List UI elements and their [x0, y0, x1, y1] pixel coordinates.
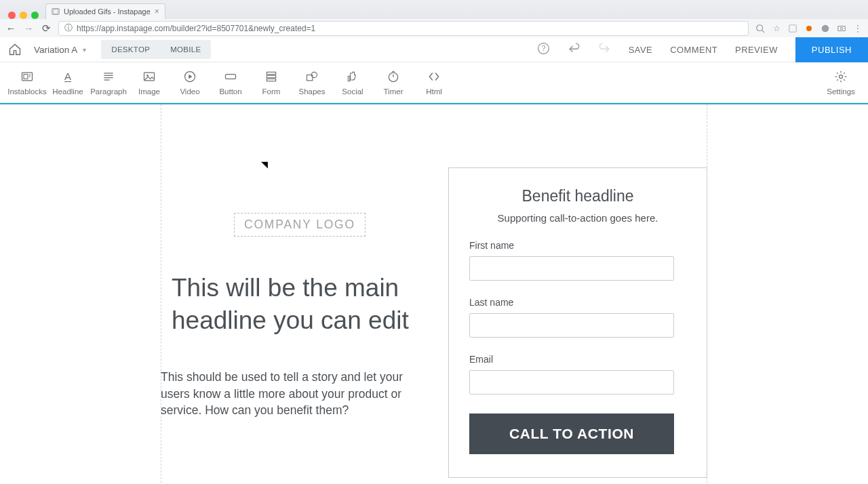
extension-cam-icon[interactable]: [837, 24, 846, 33]
svg-line-3: [762, 30, 765, 33]
tool-form[interactable]: Form: [251, 70, 292, 96]
editor-canvas[interactable]: ◥ COMPANY LOGO This will be the main hea…: [0, 103, 868, 483]
first-name-label: First name: [469, 240, 686, 251]
tool-paragraph[interactable]: Paragraph: [88, 70, 129, 96]
profile-icon[interactable]: [821, 24, 830, 33]
close-tab-icon[interactable]: ×: [155, 7, 159, 16]
tool-label: Button: [219, 87, 241, 96]
undo-button[interactable]: [568, 42, 580, 58]
svg-rect-26: [267, 79, 275, 81]
tool-label: Timer: [384, 87, 403, 96]
guide-left: [161, 104, 161, 483]
tool-label: Social: [342, 87, 363, 96]
last-name-input[interactable]: [469, 313, 674, 338]
tool-label: Paragraph: [90, 87, 127, 96]
browser-tab[interactable]: Uploaded Gifs - Instapage ×: [45, 3, 165, 19]
browser-chrome: Uploaded Gifs - Instapage × ← → ⟳ ⓘ http…: [0, 0, 868, 37]
url-text: https://app.instapage.com/builder2?id=85…: [77, 24, 315, 33]
tool-label: Headline: [52, 87, 83, 96]
svg-point-32: [840, 75, 843, 78]
svg-point-21: [146, 75, 149, 77]
tool-headline[interactable]: A Headline: [47, 70, 88, 96]
extension-icon[interactable]: [788, 24, 797, 33]
home-button[interactable]: [8, 43, 22, 56]
email-input[interactable]: [469, 370, 674, 395]
chevron-down-icon: ▾: [83, 46, 86, 54]
svg-point-5: [822, 24, 829, 32]
tool-html[interactable]: Html: [414, 70, 454, 96]
chrome-right-icons: ☆ ⋮: [755, 24, 863, 33]
close-window-icon[interactable]: [8, 12, 16, 19]
view-desktop-tab[interactable]: DESKTOP: [101, 40, 160, 59]
address-bar: ← → ⟳ ⓘ https://app.instapage.com/builde…: [0, 19, 868, 37]
cursor-icon: ◥: [261, 159, 268, 169]
variation-label: Variation A: [34, 45, 77, 55]
svg-rect-4: [789, 24, 797, 32]
zoom-icon[interactable]: [755, 24, 765, 33]
help-icon[interactable]: ?: [537, 42, 550, 58]
variation-dropdown[interactable]: Variation A ▾: [34, 45, 86, 55]
tool-settings[interactable]: Settings: [821, 70, 861, 96]
tool-instablocks[interactable]: Instablocks: [7, 70, 47, 96]
svg-rect-25: [267, 75, 275, 77]
toolbar: Instablocks A Headline Paragraph Image V…: [0, 62, 868, 103]
reload-button[interactable]: ⟳: [41, 22, 52, 35]
forward-button[interactable]: →: [23, 22, 34, 34]
comment-button[interactable]: COMMENT: [670, 45, 717, 55]
main-headline[interactable]: This will be the main headline you can e…: [172, 272, 429, 337]
tool-video[interactable]: Video: [170, 70, 210, 96]
tool-label: Instablocks: [7, 87, 47, 96]
extension-dot-icon[interactable]: [804, 24, 814, 33]
back-button[interactable]: ←: [5, 22, 16, 34]
favicon-icon: [52, 7, 60, 16]
company-logo-placeholder[interactable]: COMPANY LOGO: [234, 213, 366, 237]
redo-button[interactable]: [598, 42, 611, 58]
form-title[interactable]: Benefit headline: [469, 187, 686, 205]
publish-button[interactable]: PUBLISH: [795, 37, 868, 62]
maximize-window-icon[interactable]: [31, 12, 39, 19]
svg-text:?: ?: [541, 45, 545, 52]
svg-rect-1: [53, 9, 58, 14]
tool-label: Settings: [827, 87, 855, 96]
bookmark-icon[interactable]: ☆: [772, 24, 781, 33]
first-name-input[interactable]: [469, 256, 674, 281]
tab-title: Uploaded Gifs - Instapage: [64, 7, 151, 16]
tab-bar: Uploaded Gifs - Instapage ×: [0, 0, 868, 19]
form-block[interactable]: Benefit headline Supporting call-to-acti…: [448, 167, 707, 478]
svg-rect-23: [226, 74, 236, 79]
header-actions: ? SAVE COMMENT PREVIEW PUBLISH: [537, 37, 860, 62]
form-subtitle[interactable]: Supporting call-to-action goes here.: [469, 212, 686, 224]
kebab-menu-icon[interactable]: ⋮: [853, 24, 863, 33]
view-switch: DESKTOP MOBILE: [101, 40, 211, 59]
svg-rect-6: [838, 26, 846, 31]
preview-button[interactable]: PREVIEW: [735, 45, 778, 55]
view-mobile-tab[interactable]: MOBILE: [160, 40, 211, 59]
svg-rect-24: [267, 72, 275, 74]
tool-label: Html: [426, 87, 442, 96]
window-controls: [4, 7, 45, 19]
site-info-icon[interactable]: ⓘ: [64, 22, 73, 34]
minimize-window-icon[interactable]: [20, 12, 27, 19]
tool-label: Image: [138, 87, 160, 96]
tool-label: Form: [262, 87, 281, 96]
tool-label: Shapes: [298, 87, 325, 96]
last-name-label: Last name: [469, 297, 686, 308]
tool-label: Video: [180, 87, 199, 96]
story-paragraph[interactable]: This should be used to tell a story and …: [161, 369, 406, 419]
email-label: Email: [469, 354, 686, 365]
svg-point-2: [757, 24, 763, 31]
tool-social[interactable]: Social: [332, 70, 373, 96]
tool-shapes[interactable]: Shapes: [292, 70, 332, 96]
cta-button[interactable]: CALL TO ACTION: [469, 414, 674, 454]
svg-rect-11: [24, 74, 28, 79]
tool-button[interactable]: Button: [210, 70, 251, 96]
svg-text:A: A: [64, 70, 71, 82]
tool-image[interactable]: Image: [129, 70, 170, 96]
svg-point-7: [840, 27, 843, 30]
save-button[interactable]: SAVE: [629, 45, 652, 55]
url-input[interactable]: ⓘ https://app.instapage.com/builder2?id=…: [58, 21, 749, 36]
tool-timer[interactable]: Timer: [373, 70, 414, 96]
app-header: Variation A ▾ DESKTOP MOBILE ? SAVE COMM…: [0, 37, 868, 62]
